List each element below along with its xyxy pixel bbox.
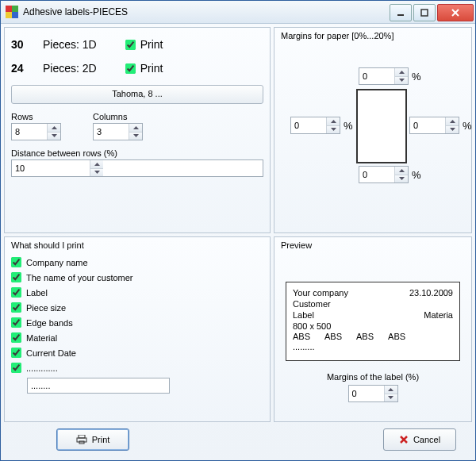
margin-top-input[interactable] [359, 68, 394, 84]
svg-marker-13 [331, 128, 336, 131]
svg-marker-14 [450, 120, 455, 123]
label-margins-down[interactable] [385, 394, 397, 402]
chk-company-name[interactable]: Company name [11, 255, 263, 270]
chk-extra: ............. [11, 360, 263, 375]
cols-input[interactable] [94, 124, 129, 140]
chk-piece-size[interactable]: Piece size [11, 300, 263, 315]
margins-header: Margins for paper [0%...20%] [281, 31, 465, 40]
margin-right-input[interactable] [410, 117, 445, 133]
print-button-label: Print [92, 435, 110, 444]
preview-abs: ABS [293, 332, 310, 341]
distance-input[interactable] [12, 160, 90, 176]
preview-customer: Customer [293, 298, 331, 309]
margin-right-spinner[interactable] [409, 117, 459, 134]
minimize-button[interactable] [390, 4, 412, 21]
close-button[interactable] [437, 4, 474, 21]
label-margins-field: Margins of the label (%) [281, 372, 465, 402]
cols-up[interactable] [129, 124, 142, 132]
chk-label: Label [26, 288, 48, 298]
print-2d-text: Print [140, 62, 163, 75]
margin-bottom-up[interactable] [395, 167, 408, 175]
print-1d-text: Print [140, 38, 163, 51]
cancel-button[interactable]: Cancel [383, 428, 456, 451]
printer-icon [76, 435, 87, 444]
margin-bottom-spinner[interactable] [359, 166, 409, 183]
margin-right-down[interactable] [446, 125, 459, 134]
print-2d-checkbox[interactable]: Print [125, 60, 163, 77]
print-1d-input[interactable] [125, 40, 136, 50]
cols-down[interactable] [129, 132, 142, 140]
preview-header: Preview [281, 240, 465, 250]
maximize-button[interactable] [413, 4, 436, 21]
chk-material[interactable]: Material [11, 330, 263, 345]
rows-down[interactable] [48, 132, 60, 140]
svg-rect-1 [421, 10, 428, 16]
margin-top-spinner[interactable] [359, 67, 409, 85]
preview-abs: ABS [388, 332, 405, 341]
svg-marker-18 [388, 388, 393, 391]
dialog-window: Adhesive labels-PIECES 30 Pieces: 1D [0, 0, 476, 461]
margin-left-input[interactable] [291, 117, 326, 133]
distance-up[interactable] [90, 160, 103, 168]
svg-rect-20 [79, 435, 85, 438]
margin-bottom-down[interactable] [395, 175, 408, 183]
distance-down[interactable] [90, 168, 103, 177]
label-margins-input[interactable] [349, 386, 384, 401]
rows-up[interactable] [48, 124, 60, 132]
window-title: Adhesive labels-PIECES [23, 6, 390, 17]
margin-left-down[interactable] [327, 125, 340, 134]
print-button[interactable]: Print [56, 428, 129, 451]
font-button[interactable]: Tahoma, 8 ... [11, 85, 263, 104]
margin-top-down[interactable] [395, 76, 408, 85]
svg-marker-19 [388, 396, 393, 399]
margin-top-up[interactable] [395, 68, 408, 76]
margin-right-up[interactable] [446, 117, 459, 125]
margins-panel: Margins for paper [0%...20%] % [274, 27, 472, 233]
chk-label: ............. [26, 363, 58, 373]
preview-date: 23.10.2009 [409, 287, 453, 298]
pct-label: % [412, 169, 421, 181]
margin-left-spinner[interactable] [290, 117, 340, 134]
dialog-buttons: Print Cancel [4, 422, 472, 457]
cols-spinner[interactable] [93, 123, 143, 140]
preview-dots: ......... [293, 341, 315, 352]
chk-label: Company name [26, 258, 88, 267]
pieces-1d-row: 30 Pieces: 1D Print [11, 33, 263, 56]
chk-edge-bands[interactable]: Edge bands [11, 315, 263, 330]
cancel-icon [399, 435, 409, 444]
svg-marker-15 [450, 128, 455, 131]
client-area: 30 Pieces: 1D Print 24 Pieces: 2D Print [1, 24, 475, 460]
preview-company: Your company [293, 287, 348, 298]
label-margins-spinner[interactable] [348, 385, 398, 402]
chk-label[interactable]: Label [11, 285, 263, 300]
chk-customer-name[interactable]: The name of your customer [11, 270, 263, 285]
rows-field: Rows [11, 112, 61, 140]
rows-input[interactable] [12, 124, 47, 140]
app-icon [6, 6, 18, 18]
svg-marker-4 [52, 126, 57, 129]
print-2d-input[interactable] [125, 63, 136, 74]
chk-label: Piece size [26, 303, 66, 313]
print-what-panel: What should I print Company name The nam… [4, 236, 271, 422]
chk-label: Edge bands [26, 318, 73, 328]
print-1d-checkbox[interactable]: Print [125, 36, 163, 53]
margin-bottom-input[interactable] [359, 167, 394, 182]
pieces-1d-count: 30 [11, 38, 33, 51]
pieces-2d-count: 24 [11, 62, 33, 75]
paper-rect-icon [356, 89, 407, 163]
titlebar: Adhesive labels-PIECES [1, 1, 475, 24]
margin-left-up[interactable] [327, 117, 340, 125]
preview-panel: Preview Your company23.10.2009 Customer … [274, 236, 472, 422]
chk-current-date[interactable]: Current Date [11, 345, 263, 360]
label-margins-up[interactable] [385, 386, 397, 394]
svg-marker-7 [133, 134, 139, 137]
chk-extra-box[interactable] [11, 363, 21, 373]
distance-spinner[interactable] [11, 159, 263, 177]
rows-spinner[interactable] [11, 123, 61, 140]
svg-marker-17 [399, 177, 405, 180]
preview-size: 800 x 500 [293, 321, 331, 332]
extra-text-input[interactable] [27, 378, 170, 394]
preview-abs: ABS [324, 332, 342, 341]
svg-marker-12 [331, 120, 336, 123]
svg-marker-6 [133, 126, 139, 129]
